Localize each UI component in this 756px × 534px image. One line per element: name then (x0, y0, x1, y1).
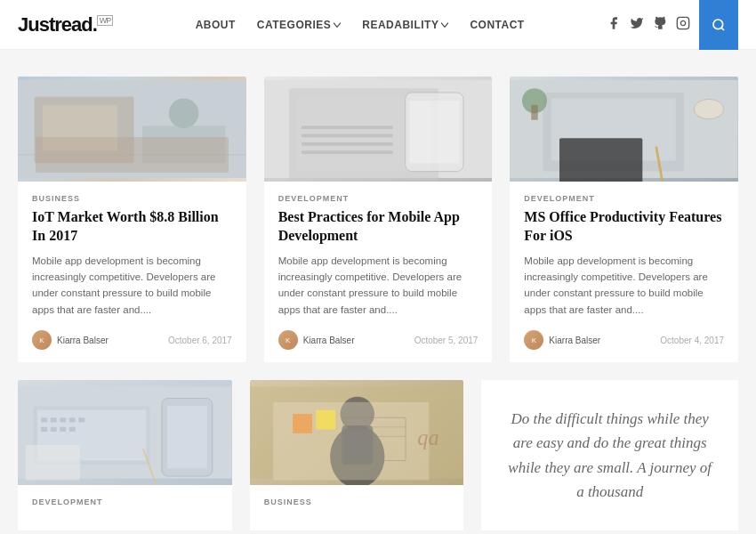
svg-rect-42 (26, 445, 80, 480)
card-title-iot: IoT Market Worth $8.8 Billion In 2017 (32, 208, 232, 246)
svg-rect-40 (167, 406, 207, 468)
search-button[interactable] (699, 0, 738, 50)
svg-rect-31 (51, 418, 57, 423)
svg-rect-8 (142, 125, 225, 163)
chevron-down-icon (334, 21, 341, 28)
svg-point-7 (169, 98, 199, 128)
nav-readability-dropdown[interactable]: READABILITY (362, 19, 448, 31)
chevron-down-icon (441, 21, 448, 28)
svg-rect-34 (78, 418, 84, 423)
avatar-iot: K (32, 330, 52, 350)
card-meta-mobile: K Kiarra Balser October 5, 2017 (278, 330, 479, 350)
instagram-icon[interactable] (676, 16, 690, 34)
svg-rect-16 (302, 134, 393, 138)
card-date-msoffice: October 4, 2017 (660, 336, 724, 345)
svg-rect-36 (51, 427, 57, 432)
svg-rect-49 (316, 410, 335, 430)
card-author-mobile: K Kiarra Balser (278, 330, 355, 350)
author-name-iot: Kiarra Balser (57, 336, 109, 345)
svg-rect-30 (41, 418, 47, 423)
card-body-business2: BUSINESS (250, 485, 464, 524)
card-category-iot: BUSINESS (32, 194, 232, 203)
svg-rect-38 (69, 427, 76, 432)
svg-text:qa: qa (417, 425, 438, 449)
author-name-mobile: Kiarra Balser (303, 336, 355, 345)
svg-point-2 (713, 20, 723, 29)
card-image-msoffice (510, 77, 738, 182)
facebook-icon[interactable] (607, 16, 621, 34)
header-social-icons (607, 0, 738, 50)
card-title-msoffice: MS Office Productivity Features For iOS (524, 208, 724, 246)
svg-rect-26 (559, 138, 642, 182)
twitter-icon[interactable] (630, 16, 644, 34)
card-dev2[interactable]: DEVELOPMENT (18, 380, 232, 530)
card-body-iot: BUSINESS IoT Market Worth $8.8 Billion I… (18, 182, 246, 362)
svg-rect-0 (677, 17, 688, 28)
avatar-mobile: K (278, 330, 298, 350)
svg-rect-17 (302, 142, 393, 146)
card-category-mobile: DEVELOPMENT (278, 194, 479, 203)
main-nav: ABOUT CATEGORIES READABILITY CONTACT (196, 19, 525, 31)
logo: Justread.WP (18, 13, 113, 36)
nav-about[interactable]: ABOUT (196, 19, 236, 31)
nav-categories-dropdown[interactable]: CATEGORIES (257, 19, 341, 31)
svg-rect-33 (69, 418, 76, 423)
card-image-mobile (264, 77, 493, 182)
card-image-svg-2 (264, 77, 493, 182)
card-meta-iot: K Kiarra Balser October 6, 2017 (32, 330, 232, 350)
card-image-dev2 (18, 380, 232, 485)
card-image-iot (18, 77, 246, 182)
card-date-iot: October 6, 2017 (168, 336, 232, 345)
card-image-svg-4 (18, 380, 232, 485)
card-excerpt-msoffice: Mobile app development is becoming incre… (524, 253, 724, 319)
card-mobile[interactable]: DEVELOPMENT Best Practices for Mobile Ap… (264, 77, 493, 362)
card-date-mobile: October 5, 2017 (414, 336, 479, 345)
author-name-msoffice: Kiarra Balser (549, 336, 600, 345)
svg-point-24 (695, 99, 725, 118)
avatar-msoffice: K (524, 330, 543, 350)
quote-text: Do the difficult things while they are e… (503, 407, 717, 504)
svg-rect-18 (302, 150, 393, 154)
search-icon (712, 18, 726, 32)
svg-rect-48 (293, 414, 312, 433)
card-category-business2: BUSINESS (264, 498, 450, 506)
logo-wp: WP (97, 15, 114, 26)
svg-rect-6 (43, 105, 117, 150)
quote-card: Do the difficult things while they are e… (481, 380, 738, 530)
card-excerpt-iot: Mobile app development is becoming incre… (32, 253, 232, 319)
card-category-msoffice: DEVELOPMENT (524, 194, 724, 203)
svg-line-3 (721, 28, 724, 30)
card-image-business2: qa (250, 380, 464, 485)
github-icon[interactable] (653, 16, 667, 34)
card-author-msoffice: K Kiarra Balser (524, 330, 600, 350)
card-author-iot: K Kiarra Balser (32, 330, 109, 350)
card-meta-msoffice: K Kiarra Balser October 4, 2017 (524, 330, 724, 350)
svg-rect-35 (41, 427, 47, 432)
svg-rect-23 (532, 105, 538, 120)
svg-rect-32 (60, 418, 66, 423)
card-msoffice[interactable]: DEVELOPMENT MS Office Productivity Featu… (510, 77, 738, 362)
cards-row-1: BUSINESS IoT Market Worth $8.8 Billion I… (18, 77, 738, 362)
card-body-msoffice: DEVELOPMENT MS Office Productivity Featu… (510, 182, 738, 362)
card-body-dev2: DEVELOPMENT (18, 485, 232, 524)
card-title-mobile: Best Practices for Mobile App Developmen… (278, 208, 479, 246)
svg-rect-15 (302, 125, 393, 129)
header: Justread.WP ABOUT CATEGORIES READABILITY… (0, 0, 756, 50)
card-business2[interactable]: qa BUSINESS (250, 380, 464, 530)
cards-row-2: DEVELOPMENT (18, 380, 738, 530)
card-category-dev2: DEVELOPMENT (32, 498, 218, 506)
nav-contact[interactable]: CONTACT (470, 19, 524, 31)
card-iot[interactable]: BUSINESS IoT Market Worth $8.8 Billion I… (18, 77, 246, 362)
card-image-svg-3 (510, 77, 738, 182)
card-image-svg (18, 77, 246, 182)
card-body-mobile: DEVELOPMENT Best Practices for Mobile Ap… (264, 182, 493, 362)
card-image-svg-5: qa (250, 380, 464, 485)
card-excerpt-mobile: Mobile app development is becoming incre… (278, 253, 479, 319)
svg-rect-14 (409, 101, 459, 163)
svg-rect-37 (60, 427, 66, 432)
main-content: BUSINESS IoT Market Worth $8.8 Billion I… (0, 50, 756, 534)
